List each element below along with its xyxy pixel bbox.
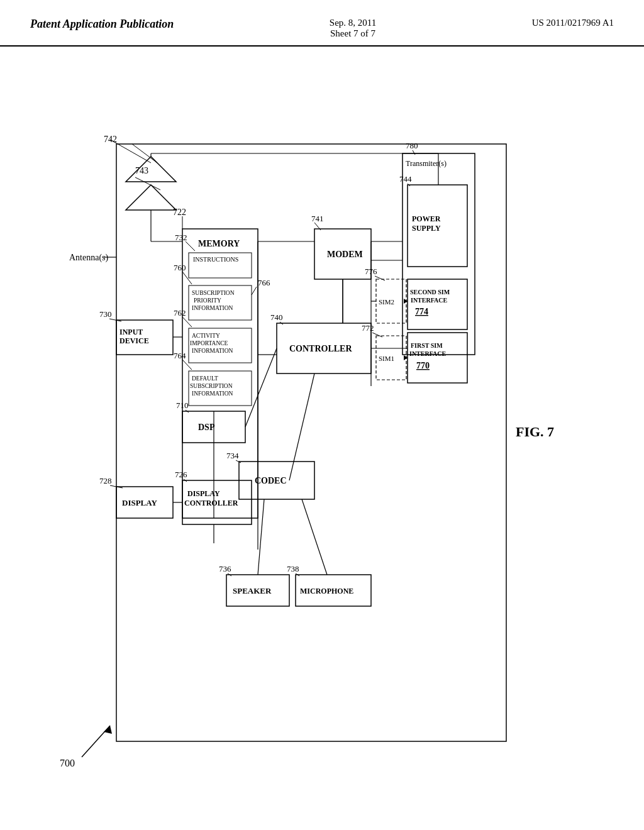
- memory-label: MEMORY: [198, 239, 240, 248]
- display-label: DISPLAY: [122, 498, 157, 507]
- ref-780: 780: [406, 141, 418, 150]
- figure-label: FIG. 7: [516, 424, 554, 440]
- ref-738: 738: [287, 564, 299, 573]
- svg-text:IMPORTANCE: IMPORTANCE: [190, 340, 228, 346]
- svg-text:SUBSCRIPTION: SUBSCRIPTION: [190, 383, 233, 389]
- svg-text:INFORMATION: INFORMATION: [192, 305, 233, 311]
- ref-741: 741: [311, 214, 324, 223]
- svg-text:CONTROLLER: CONTROLLER: [184, 499, 238, 507]
- ref-722: 722: [173, 208, 186, 217]
- ref-743-label: 743: [135, 166, 148, 175]
- ref-766: 766: [258, 278, 270, 287]
- ref-762: 762: [174, 308, 186, 318]
- svg-text:INTERFACE: INTERFACE: [409, 350, 446, 357]
- sim1-label: SIM1: [379, 355, 394, 362]
- codec-label: CODEC: [255, 476, 287, 485]
- ref-734: 734: [226, 451, 239, 460]
- antenna-label: Antenna(s): [69, 253, 109, 263]
- header-center: Sep. 8, 2011 Sheet 7 of 7: [330, 18, 376, 39]
- second-sim-label: SECOND SIM: [410, 289, 450, 296]
- svg-text:INTERFACE: INTERFACE: [411, 297, 447, 304]
- svg-line-22: [182, 317, 192, 327]
- instructions-label: INSTRUCTIONS: [193, 256, 238, 263]
- svg-line-68: [245, 348, 277, 427]
- svg-rect-53: [408, 279, 467, 329]
- transmitters-label: Transmiter(s): [406, 159, 447, 168]
- svg-rect-63: [408, 333, 467, 383]
- page-header: Patent Application Publication Sep. 8, 2…: [0, 0, 644, 47]
- default-sub-label: DEFAULT: [192, 375, 218, 382]
- svg-rect-12: [182, 229, 258, 518]
- svg-line-69: [289, 374, 314, 480]
- svg-text:DEVICE: DEVICE: [119, 336, 149, 345]
- svg-marker-4: [126, 157, 176, 182]
- ref-730: 730: [99, 309, 112, 319]
- ref-770: 770: [416, 361, 430, 370]
- svg-marker-62: [404, 355, 408, 360]
- ref-772: 772: [362, 323, 374, 333]
- svg-line-27: [252, 287, 257, 295]
- svg-text:PRIORITY: PRIORITY: [194, 297, 221, 304]
- sub-priority-label: SUBSCRIPTION: [192, 290, 235, 296]
- ref-700: 700: [60, 758, 75, 768]
- first-sim-label: FIRST SIM: [411, 342, 443, 349]
- ref-774: 774: [415, 307, 428, 316]
- svg-marker-7: [126, 185, 176, 210]
- svg-text:SUPPLY: SUPPLY: [412, 224, 441, 233]
- svg-line-49: [413, 150, 415, 155]
- sim2-label: SIM2: [379, 298, 394, 306]
- svg-text:INFORMATION: INFORMATION: [192, 390, 233, 397]
- display-ctrl-label: DISPLAY: [187, 489, 220, 498]
- svg-marker-1: [104, 726, 112, 734]
- controller-label: CONTROLLER: [289, 344, 352, 353]
- svg-line-60: [372, 333, 382, 337]
- input-label: INPUT: [119, 328, 143, 336]
- ref-760: 760: [174, 263, 186, 272]
- diagram-area: FIG. 7 700 Antenna(s) 742 743 722: [0, 47, 644, 826]
- header-right: US 2011/0217969 A1: [532, 18, 614, 28]
- dsp-label: DSP: [198, 423, 215, 432]
- ref-710: 710: [176, 401, 189, 410]
- ref-736: 736: [219, 564, 231, 573]
- activity-label: ACTIVITY: [192, 333, 220, 339]
- patent-diagram: FIG. 7 700 Antenna(s) 742 743 722: [0, 47, 644, 826]
- power-supply-label: POWER: [412, 214, 441, 223]
- microphone-label: MICROPHONE: [300, 587, 353, 595]
- ref-764: 764: [174, 351, 186, 360]
- svg-line-14: [186, 241, 195, 251]
- ref-740: 740: [270, 313, 283, 322]
- ref-728: 728: [99, 476, 112, 485]
- ref-726: 726: [175, 470, 187, 479]
- svg-line-70: [258, 499, 264, 575]
- modem-label: MODEM: [327, 250, 363, 259]
- ref-744: 744: [399, 174, 412, 184]
- svg-line-71: [302, 499, 327, 575]
- header-left: Patent Application Publication: [30, 18, 174, 31]
- svg-text:INFORMATION: INFORMATION: [192, 348, 233, 354]
- svg-marker-58: [404, 299, 408, 304]
- ref-732: 732: [175, 233, 187, 242]
- svg-line-26: [182, 360, 192, 370]
- speaker-label: SPEAKER: [233, 586, 272, 595]
